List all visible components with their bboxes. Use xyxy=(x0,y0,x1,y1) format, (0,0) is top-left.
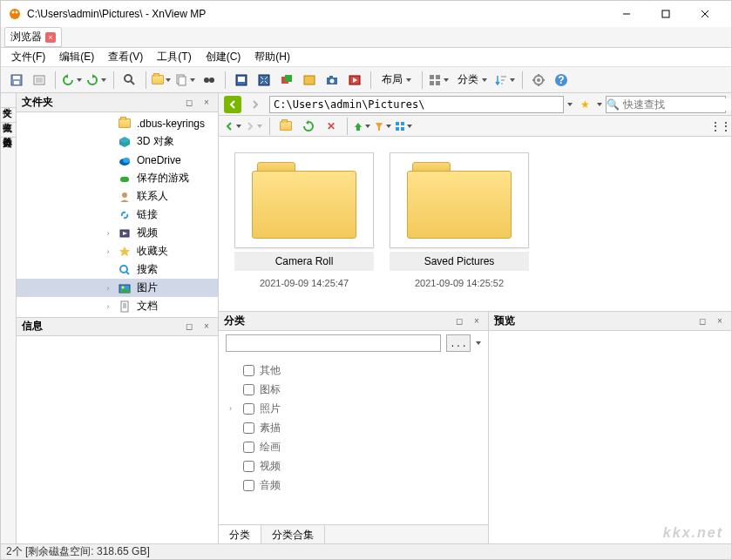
thumbnail-item[interactable]: Saved Pictures2021-09-09 14:25:52 xyxy=(390,152,529,292)
tree-item[interactable]: OneDrive xyxy=(17,151,218,169)
vtab-filetree[interactable]: 文件夹 xyxy=(1,93,16,108)
tree-item[interactable]: 保存的游戏 xyxy=(17,169,218,187)
tree-item[interactable]: 链接 xyxy=(17,206,218,224)
expander-icon[interactable]: › xyxy=(104,302,112,311)
tree-item[interactable]: 搜索 xyxy=(17,260,218,279)
category-input[interactable] xyxy=(226,334,441,352)
maximize-button[interactable] xyxy=(646,2,685,26)
view-mode-button[interactable] xyxy=(428,70,451,91)
favorite-dropdown-icon[interactable] xyxy=(597,103,602,106)
find-icon[interactable] xyxy=(119,70,140,91)
category-checkbox[interactable] xyxy=(243,480,254,491)
panel-close-icon[interactable]: × xyxy=(200,320,213,333)
category-checkbox[interactable] xyxy=(243,365,254,376)
category-item[interactable]: 音频 xyxy=(229,476,478,495)
save-icon[interactable] xyxy=(6,70,27,91)
tree-item[interactable]: 联系人 xyxy=(17,187,218,206)
category-dropdown-icon[interactable] xyxy=(476,341,481,345)
expander-icon[interactable]: › xyxy=(104,284,112,293)
scroll-handle-icon[interactable]: ⋮⋮ xyxy=(715,116,726,137)
tab-close-icon[interactable]: × xyxy=(45,32,56,43)
binoculars-icon[interactable] xyxy=(199,70,220,91)
panel-float-icon[interactable]: ◻ xyxy=(183,97,195,109)
rotate-right-button[interactable] xyxy=(85,70,108,91)
expander-icon[interactable]: › xyxy=(104,229,112,238)
tree-item[interactable]: 3D 对象 xyxy=(17,132,218,151)
tab-category-sets[interactable]: 分类合集 xyxy=(261,525,325,543)
rotate-left-button[interactable] xyxy=(61,70,84,91)
tree-item[interactable]: ›图片 xyxy=(17,279,218,297)
tab-categories[interactable]: 分类 xyxy=(219,525,261,543)
nav-forward-small[interactable] xyxy=(245,116,264,137)
refresh-icon[interactable] xyxy=(298,116,319,137)
category-checkbox[interactable] xyxy=(243,461,254,472)
category-item[interactable]: 绘画 xyxy=(229,437,478,456)
panel-close-icon[interactable]: × xyxy=(471,315,483,327)
settings-icon[interactable] xyxy=(528,70,549,91)
folder-tree[interactable]: .dbus-keyrings3D 对象OneDrive保存的游戏联系人链接›视频… xyxy=(17,112,218,317)
panel-float-icon[interactable]: ◻ xyxy=(696,315,708,327)
nav-back-small[interactable] xyxy=(224,116,243,137)
thumbnail-view[interactable]: Camera Roll2021-09-09 14:25:47Saved Pict… xyxy=(219,137,731,311)
menu-help[interactable]: 帮助(H) xyxy=(247,48,297,66)
help-icon[interactable]: ? xyxy=(551,70,572,91)
svg-text:?: ? xyxy=(558,74,564,86)
category-more-button[interactable]: . . . xyxy=(446,334,471,352)
tree-item[interactable]: ›收藏夹 xyxy=(17,242,218,260)
address-input[interactable] xyxy=(269,96,564,113)
tree-item[interactable]: .dbus-keyrings xyxy=(17,114,218,132)
fit-window-icon[interactable] xyxy=(254,70,274,91)
filter-button[interactable] xyxy=(374,116,393,137)
search-icon xyxy=(118,263,132,277)
vtab-category-filter[interactable]: 分类筛选器 xyxy=(1,123,16,138)
thumbnail-item[interactable]: Camera Roll2021-09-09 14:25:47 xyxy=(234,152,374,292)
delete-icon[interactable]: ✕ xyxy=(321,116,342,137)
category-checkbox[interactable] xyxy=(243,422,254,434)
search-input[interactable] xyxy=(620,98,732,111)
browser-tab[interactable]: 浏览器 × xyxy=(4,27,62,47)
category-item[interactable]: 其他 xyxy=(229,361,478,380)
panel-float-icon[interactable]: ◻ xyxy=(183,320,195,333)
sort-button[interactable] xyxy=(494,70,517,91)
quick-search[interactable]: 🔍 xyxy=(606,96,726,113)
nav-back-button[interactable] xyxy=(224,96,241,113)
tree-item[interactable]: ›视频 xyxy=(17,224,218,242)
layout-dropdown[interactable]: 布局 xyxy=(376,70,417,91)
tag-icon[interactable] xyxy=(299,70,320,91)
menu-create[interactable]: 创建(C) xyxy=(199,48,248,66)
menu-file[interactable]: 文件(F) xyxy=(4,48,52,66)
nav-forward-button[interactable] xyxy=(245,94,266,115)
panel-close-icon[interactable]: × xyxy=(714,315,726,327)
minimize-button[interactable] xyxy=(607,2,646,26)
open-folder-button[interactable] xyxy=(152,70,173,91)
vtab-favorites[interactable]: 收藏夹 xyxy=(1,108,16,123)
thumbnail-view-button[interactable] xyxy=(395,116,414,137)
menu-view[interactable]: 查看(V) xyxy=(101,48,150,66)
close-button[interactable] xyxy=(685,2,724,26)
fit-screen-icon[interactable] xyxy=(29,70,50,91)
category-item[interactable]: ›照片 xyxy=(229,399,478,418)
category-item[interactable]: 视频 xyxy=(229,456,478,476)
category-checkbox[interactable] xyxy=(243,403,254,415)
category-item[interactable]: 素描 xyxy=(229,418,478,437)
expander-icon[interactable]: › xyxy=(104,247,112,256)
tree-item[interactable]: ›文档 xyxy=(17,297,218,315)
expander-icon[interactable]: › xyxy=(229,404,238,413)
category-item[interactable]: 图标 xyxy=(229,380,478,399)
fullscreen-icon[interactable] xyxy=(231,70,252,91)
new-folder-icon[interactable] xyxy=(275,116,296,137)
panel-close-icon[interactable]: × xyxy=(200,97,213,109)
slideshow-icon[interactable] xyxy=(344,70,365,91)
camera-icon[interactable] xyxy=(322,70,342,91)
batch-convert-icon[interactable] xyxy=(276,70,297,91)
nav-up-button[interactable] xyxy=(353,116,372,137)
copy-button[interactable] xyxy=(174,70,197,91)
categories-dropdown[interactable]: 分类 xyxy=(452,70,492,91)
category-checkbox[interactable] xyxy=(243,384,254,395)
menu-tool[interactable]: 工具(T) xyxy=(150,48,198,66)
menu-edit[interactable]: 编辑(E) xyxy=(52,48,101,66)
category-checkbox[interactable] xyxy=(243,442,254,453)
address-dropdown-icon[interactable] xyxy=(567,103,573,106)
favorite-star-icon[interactable]: ★ xyxy=(576,96,593,113)
panel-float-icon[interactable]: ◻ xyxy=(453,315,465,327)
